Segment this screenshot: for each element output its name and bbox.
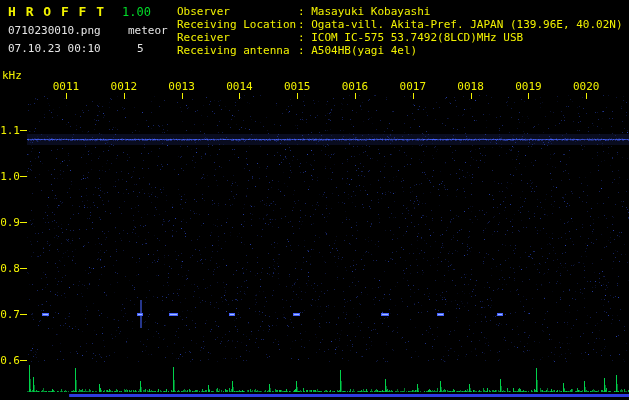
x-tick-label: 0011 (49, 80, 83, 93)
y-tick-label: 1.1 (0, 124, 20, 137)
info-row: Receiving antenna: A504HB(yagi 4el) (177, 44, 623, 57)
info-label: Receiving antenna (177, 44, 298, 57)
info-row: Receiver: ICOM IC-575 53.7492(8LCD)MHz U… (177, 31, 623, 44)
x-tick-label: 0018 (454, 80, 488, 93)
datetime: 07.10.23 00:10 (8, 42, 101, 55)
station-info: Observer: Masayuki KobayashiReceiving Lo… (177, 5, 623, 57)
filename: 0710230010.png (8, 24, 101, 37)
mode-label: meteor (128, 24, 168, 37)
info-value: : ICOM IC-575 53.7492(8LCD)MHz USB (298, 31, 523, 44)
info-value: : Masayuki Kobayashi (298, 5, 430, 18)
app-version: 1.00 (122, 5, 151, 19)
y-tick-label: 0.7 (0, 308, 20, 321)
info-row: Receiving Location: Ogata-vill. Akita-Pr… (177, 18, 623, 31)
info-row: Observer: Masayuki Kobayashi (177, 5, 623, 18)
x-tick-label: 0019 (511, 80, 545, 93)
y-tick-label: 0.9 (0, 216, 20, 229)
x-tick-label: 0017 (396, 80, 430, 93)
info-label: Observer (177, 5, 298, 18)
info-value: : A504HB(yagi 4el) (298, 44, 417, 57)
y-axis-unit: kHz (2, 69, 22, 82)
hrofft-screen: H R O F F T 1.00 0710230010.png meteor 0… (0, 0, 629, 400)
x-tick-label: 0013 (165, 80, 199, 93)
y-tick-label: 1.0 (0, 170, 20, 183)
app-title: H R O F F T (8, 4, 105, 19)
x-tick-label: 0015 (280, 80, 314, 93)
x-tick-label: 0012 (107, 80, 141, 93)
x-tick-label: 0016 (338, 80, 372, 93)
x-tick-label: 0020 (569, 80, 603, 93)
info-label: Receiving Location (177, 18, 298, 31)
y-tick-label: 0.6 (0, 354, 20, 367)
meteor-count: 5 (137, 42, 144, 55)
x-tick-label: 0014 (222, 80, 256, 93)
y-tick-label: 0.8 (0, 262, 20, 275)
info-value: : Ogata-vill. Akita-Pref. JAPAN (139.96E… (298, 18, 623, 31)
info-label: Receiver (177, 31, 298, 44)
spectrogram-canvas (0, 0, 629, 400)
